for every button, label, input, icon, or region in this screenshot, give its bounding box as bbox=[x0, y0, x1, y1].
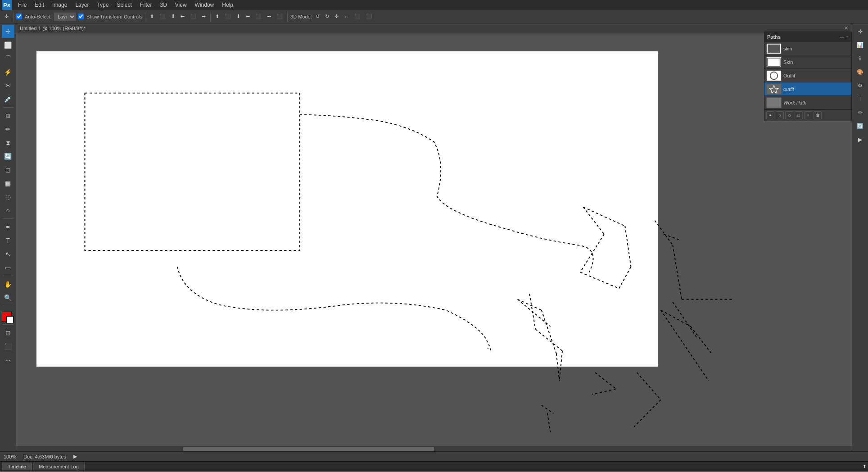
move-tool[interactable]: ✛ bbox=[2, 25, 14, 38]
distribute-hc-btn[interactable]: ⬛ bbox=[253, 13, 263, 20]
right-btn-color[interactable]: 🎨 bbox=[854, 66, 867, 78]
align-top-btn[interactable]: ⬆ bbox=[148, 13, 156, 20]
menu-file[interactable]: File bbox=[14, 1, 30, 9]
right-btn-stroke[interactable]: ✏ bbox=[854, 106, 867, 119]
distribute-h-btn[interactable]: ⬛ bbox=[275, 13, 285, 20]
eraser-tool[interactable]: ◻ bbox=[2, 163, 14, 176]
auto-select-label: Auto-Select: bbox=[25, 14, 52, 19]
menu-3d[interactable]: 3D bbox=[156, 1, 170, 9]
toolbar-sep-4 bbox=[287, 12, 288, 21]
path-select-tool[interactable]: ↖ bbox=[2, 248, 14, 260]
brush-tool[interactable]: ✏ bbox=[2, 123, 14, 136]
3d-btn-3[interactable]: ✛ bbox=[333, 13, 340, 20]
align-center-v-btn[interactable]: ⬛ bbox=[158, 13, 167, 20]
3d-btn-1[interactable]: ↺ bbox=[314, 13, 321, 20]
ps-logo: Ps bbox=[2, 0, 12, 10]
menu-edit[interactable]: Edit bbox=[31, 1, 48, 9]
path-item-work-path[interactable]: Work Path bbox=[764, 96, 851, 109]
h-scrollbar[interactable] bbox=[16, 446, 852, 451]
extra-tools-btn[interactable]: ··· bbox=[2, 354, 14, 366]
right-btn-actions[interactable]: ▶ bbox=[854, 133, 867, 146]
right-btn-info[interactable]: ℹ bbox=[854, 52, 867, 65]
color-area[interactable] bbox=[2, 310, 14, 322]
tab-measurement-log[interactable]: Measurement Log bbox=[33, 463, 85, 470]
dodge-tool[interactable]: ○ bbox=[2, 204, 14, 217]
panel-minimize-icon[interactable]: — bbox=[840, 35, 844, 40]
path-selection-btn[interactable]: ◇ bbox=[785, 111, 793, 119]
menu-select[interactable]: Select bbox=[113, 1, 135, 9]
menu-filter[interactable]: Filter bbox=[136, 1, 156, 9]
menu-help[interactable]: Help bbox=[218, 1, 237, 9]
menu-layer[interactable]: Layer bbox=[72, 1, 92, 9]
marquee-tool[interactable]: ⬜ bbox=[2, 39, 14, 51]
right-panel: ✛ 📊 ℹ 🎨 ⚙ T ✏ 🔄 ▶ bbox=[852, 23, 868, 451]
3d-mode-label: 3D Mode: bbox=[290, 14, 312, 19]
eyedropper-tool[interactable]: 💉 bbox=[2, 93, 14, 105]
distribute-right-btn[interactable]: ➡ bbox=[265, 13, 273, 20]
align-bottom-btn[interactable]: ⬇ bbox=[169, 13, 177, 20]
menu-window[interactable]: Window bbox=[191, 1, 218, 9]
distribute-top-btn[interactable]: ⬆ bbox=[213, 13, 221, 20]
path-new-btn[interactable]: + bbox=[804, 111, 812, 119]
path-item-outfit-star[interactable]: outfit bbox=[764, 82, 851, 96]
menu-image[interactable]: Image bbox=[49, 1, 71, 9]
path-item-skin-outline[interactable]: Skin bbox=[764, 55, 851, 69]
background-color[interactable] bbox=[6, 316, 14, 323]
hand-tool[interactable]: ✋ bbox=[2, 278, 14, 290]
status-arrow[interactable]: ▶ bbox=[73, 454, 77, 459]
spot-heal-tool[interactable]: ⊕ bbox=[2, 109, 14, 122]
quick-select-tool[interactable]: ⚡ bbox=[2, 66, 14, 78]
path-bottom-lines bbox=[542, 405, 554, 432]
bottom-expand-btn[interactable]: ⬆ bbox=[863, 464, 866, 469]
align-right-btn[interactable]: ➡ bbox=[200, 13, 208, 20]
right-btn-chart[interactable]: 📊 bbox=[854, 39, 867, 51]
bottom-controls: ⬆ bbox=[863, 464, 866, 469]
3d-btn-4[interactable]: ↔ bbox=[342, 13, 351, 20]
3d-btn-6[interactable]: ⬛ bbox=[364, 13, 374, 20]
distribute-left-btn[interactable]: ⬅ bbox=[244, 13, 252, 20]
shape-tool[interactable]: ▭ bbox=[2, 261, 14, 274]
auto-select-select[interactable]: Layer Group bbox=[54, 12, 76, 21]
path-lines-tr bbox=[655, 221, 679, 245]
path-mask-btn[interactable]: □ bbox=[795, 111, 803, 119]
show-transform-checkbox[interactable] bbox=[78, 14, 84, 19]
align-center-h-btn[interactable]: ⬛ bbox=[188, 13, 198, 20]
gradient-tool[interactable]: ▦ bbox=[2, 177, 14, 190]
auto-select-checkbox[interactable] bbox=[16, 14, 22, 19]
toolbar-sep-3 bbox=[210, 12, 211, 21]
path-fill-btn[interactable]: ● bbox=[766, 111, 774, 119]
path-br-lines bbox=[592, 372, 616, 394]
lasso-tool[interactable]: ⌒ bbox=[2, 52, 14, 65]
blur-tool[interactable]: ◌ bbox=[2, 191, 14, 203]
right-btn-move[interactable]: ✛ bbox=[854, 25, 867, 38]
path-stroke-btn[interactable]: ○ bbox=[776, 111, 784, 119]
3d-btn-5[interactable]: ⬛ bbox=[353, 13, 362, 20]
align-left-btn[interactable]: ⬅ bbox=[179, 13, 186, 20]
quick-mask-btn[interactable]: ⊡ bbox=[2, 327, 14, 339]
tab-timeline[interactable]: Timeline bbox=[2, 463, 32, 470]
canvas-close[interactable]: ✕ bbox=[844, 25, 848, 31]
screen-mode-btn[interactable]: ⬛ bbox=[2, 340, 14, 353]
3d-btn-2[interactable]: ↻ bbox=[323, 13, 331, 20]
distribute-vc-btn[interactable]: ⬛ bbox=[223, 13, 233, 20]
zoom-tool[interactable]: 🔍 bbox=[2, 291, 14, 304]
clone-tool[interactable]: ⧗ bbox=[2, 136, 14, 149]
right-btn-history[interactable]: 🔄 bbox=[854, 120, 867, 132]
path-item-skin-filled[interactable]: skin bbox=[764, 42, 851, 55]
text-tool[interactable]: T bbox=[2, 234, 14, 247]
foreground-color[interactable] bbox=[2, 312, 12, 322]
pen-tool[interactable]: ✒ bbox=[2, 221, 14, 233]
history-brush-tool[interactable]: 🔄 bbox=[2, 150, 14, 163]
h-scrollbar-thumb[interactable] bbox=[183, 447, 434, 451]
path-item-outfit[interactable]: Outfit bbox=[764, 69, 851, 82]
panel-collapse-icon[interactable]: ≡ bbox=[846, 35, 849, 40]
crop-tool[interactable]: ✂ bbox=[2, 79, 14, 92]
menu-view[interactable]: View bbox=[172, 1, 190, 9]
path-delete-btn[interactable]: 🗑 bbox=[814, 111, 822, 119]
right-btn-type[interactable]: T bbox=[854, 93, 867, 105]
right-btn-adjust[interactable]: ⚙ bbox=[854, 79, 867, 92]
move-tool-btn[interactable]: ✛ bbox=[3, 13, 10, 20]
distribute-bottom-btn[interactable]: ⬇ bbox=[235, 13, 242, 20]
menu-type[interactable]: Type bbox=[93, 1, 112, 9]
toolbar-sep-2 bbox=[145, 12, 145, 21]
